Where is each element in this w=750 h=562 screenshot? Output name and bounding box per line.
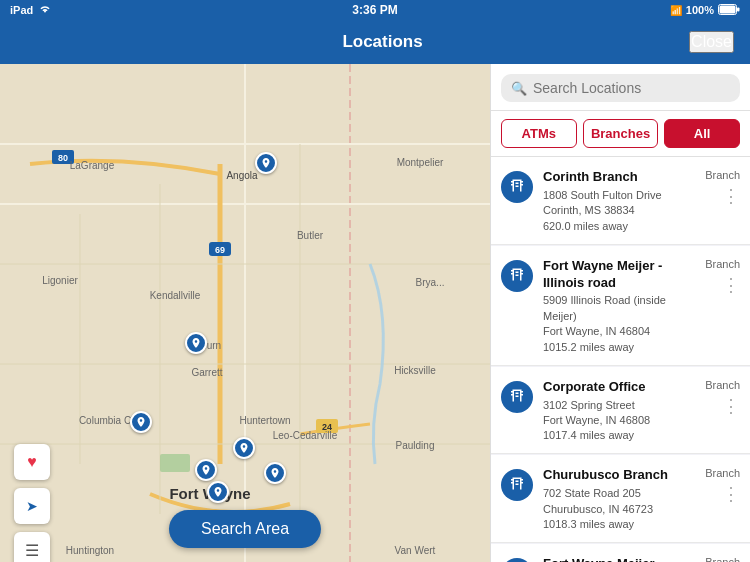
map-pin-huntertown[interactable] [233, 437, 255, 459]
location-name: Fort Wayne Meijer - Lima Road [543, 556, 695, 562]
location-info: Fort Wayne Meijer - Lima Road 6309 Lima … [543, 556, 695, 562]
location-address: 3102 Spring StreetFort Wayne, IN 46808 [543, 398, 695, 429]
svg-text:80: 80 [58, 153, 68, 163]
status-bar: iPad 3:36 PM 📶 100% [0, 0, 750, 20]
battery-label: 100% [686, 4, 714, 16]
svg-text:Brya...: Brya... [416, 277, 445, 288]
svg-rect-2 [737, 7, 740, 11]
location-arrow-icon: ➤ [26, 498, 38, 514]
location-info: Corinth Branch 1808 South Fulton DriveCo… [543, 169, 695, 232]
location-meta: Branch ⋮ [705, 556, 740, 562]
map-area[interactable]: 80 69 469 24 LaGrange Angola Mo [0, 64, 490, 562]
svg-text:Ligonier: Ligonier [42, 275, 78, 286]
search-input[interactable] [533, 80, 730, 96]
right-panel: 🔍 ATMs Branches All Corinth Branch 1808 … [490, 64, 750, 562]
carrier-label: iPad [10, 4, 33, 16]
tab-all[interactable]: All [664, 119, 740, 148]
location-name: Corinth Branch [543, 169, 695, 186]
location-address: 5909 Illinois Road (inside Meijer)Fort W… [543, 293, 695, 339]
map-pin-fw2[interactable] [264, 462, 286, 484]
battery-icon [718, 4, 740, 17]
filter-tabs: ATMs Branches All [491, 111, 750, 157]
search-bar: 🔍 [491, 64, 750, 111]
location-icon [501, 469, 533, 501]
bluetooth-icon: 📶 [670, 5, 682, 16]
svg-text:69: 69 [215, 245, 225, 255]
location-icon [501, 260, 533, 292]
location-info: Churubusco Branch 702 State Road 205Chur… [543, 467, 695, 530]
list-item[interactable]: Fort Wayne Meijer - Lima Road 6309 Lima … [491, 544, 750, 562]
svg-text:Van Wert: Van Wert [395, 545, 436, 556]
list-item[interactable]: Churubusco Branch 702 State Road 205Chur… [491, 455, 750, 543]
svg-text:Angola: Angola [226, 170, 258, 181]
location-distance: 1017.4 miles away [543, 429, 695, 441]
list-view-button[interactable]: ☰ [14, 532, 50, 562]
list-icon: ☰ [25, 541, 39, 560]
svg-rect-1 [720, 5, 736, 13]
search-input-wrapper[interactable]: 🔍 [501, 74, 740, 102]
nav-bar: Locations Close [0, 20, 750, 64]
location-info: Fort Wayne Meijer - Illinois road 5909 I… [543, 258, 695, 353]
nav-title: Locations [76, 32, 689, 52]
status-time: 3:36 PM [352, 3, 397, 17]
location-icon [501, 171, 533, 203]
location-meta: Branch ⋮ [705, 467, 740, 503]
svg-text:Kendallville: Kendallville [150, 290, 201, 301]
svg-text:Butler: Butler [297, 230, 324, 241]
location-icon [501, 381, 533, 413]
tab-branches[interactable]: Branches [583, 119, 659, 148]
my-location-button[interactable]: ➤ [14, 488, 50, 524]
location-icon [501, 558, 533, 562]
more-options-button[interactable]: ⋮ [722, 485, 740, 503]
location-meta: Branch ⋮ [705, 379, 740, 415]
location-name: Corporate Office [543, 379, 695, 396]
location-distance: 1015.2 miles away [543, 341, 695, 353]
svg-text:Leo-Cedarville: Leo-Cedarville [273, 430, 338, 441]
tab-atm[interactable]: ATMs [501, 119, 577, 148]
more-options-button[interactable]: ⋮ [722, 397, 740, 415]
location-distance: 620.0 miles away [543, 220, 695, 232]
location-meta: Branch ⋮ [705, 258, 740, 294]
svg-text:LaGrange: LaGrange [70, 160, 115, 171]
wifi-icon [38, 4, 52, 16]
map-background: 80 69 469 24 LaGrange Angola Mo [0, 64, 490, 562]
map-pin-columbia[interactable] [130, 411, 152, 433]
svg-text:Huntertown: Huntertown [239, 415, 290, 426]
location-type: Branch [705, 258, 740, 270]
more-options-button[interactable]: ⋮ [722, 187, 740, 205]
map-pin-auburn[interactable] [185, 332, 207, 354]
location-address: 1808 South Fulton DriveCorinth, MS 38834 [543, 188, 695, 219]
map-pin-fw3[interactable] [207, 481, 229, 503]
favorites-button[interactable]: ♥ [14, 444, 50, 480]
more-options-button[interactable]: ⋮ [722, 276, 740, 294]
main-content: 80 69 469 24 LaGrange Angola Mo [0, 64, 750, 562]
location-name: Churubusco Branch [543, 467, 695, 484]
close-button[interactable]: Close [689, 31, 734, 53]
svg-text:Hicksville: Hicksville [394, 365, 436, 376]
location-type: Branch [705, 556, 740, 562]
svg-rect-34 [160, 454, 190, 472]
location-distance: 1018.3 miles away [543, 518, 695, 530]
svg-text:Paulding: Paulding [396, 440, 435, 451]
location-list: Corinth Branch 1808 South Fulton DriveCo… [491, 157, 750, 562]
location-type: Branch [705, 379, 740, 391]
heart-icon: ♥ [27, 453, 37, 471]
map-pin-fw1[interactable] [195, 459, 217, 481]
search-area-button[interactable]: Search Area [169, 510, 321, 548]
list-item[interactable]: Corporate Office 3102 Spring StreetFort … [491, 367, 750, 455]
map-pin-angola[interactable] [255, 152, 277, 174]
location-meta: Branch ⋮ [705, 169, 740, 205]
svg-text:Montpelier: Montpelier [397, 157, 444, 168]
location-address: 702 State Road 205Churubusco, IN 46723 [543, 486, 695, 517]
search-icon: 🔍 [511, 81, 527, 96]
list-item[interactable]: Corinth Branch 1808 South Fulton DriveCo… [491, 157, 750, 245]
location-type: Branch [705, 169, 740, 181]
list-item[interactable]: Fort Wayne Meijer - Illinois road 5909 I… [491, 246, 750, 366]
location-type: Branch [705, 467, 740, 479]
svg-text:Huntington: Huntington [66, 545, 114, 556]
location-info: Corporate Office 3102 Spring StreetFort … [543, 379, 695, 442]
svg-text:Garrett: Garrett [191, 367, 222, 378]
location-name: Fort Wayne Meijer - Illinois road [543, 258, 695, 292]
